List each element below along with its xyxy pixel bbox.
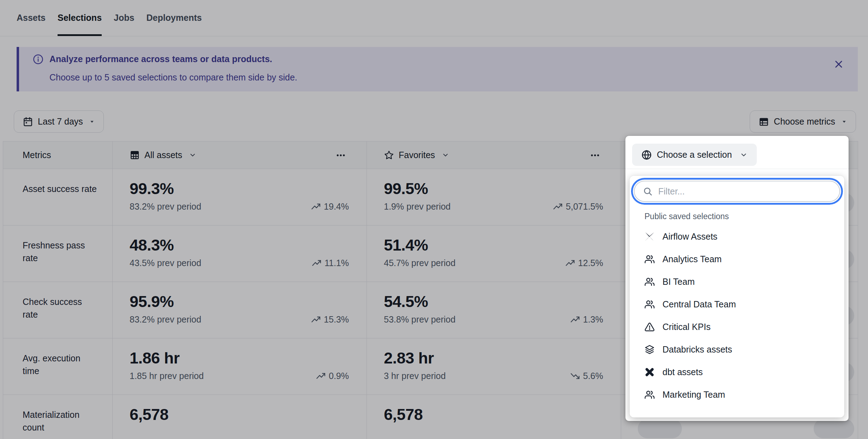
layers-icon — [644, 344, 655, 355]
list-item-databricks-assets[interactable]: Databricks assets — [634, 338, 840, 361]
list-item-label: Critical KPIs — [662, 322, 711, 332]
list-item-label: Marketing Team — [662, 390, 725, 400]
selection-dropdown: Public saved selections Airflow Assets A… — [630, 176, 844, 417]
list-item-central-data-team[interactable]: Central Data Team — [634, 293, 840, 315]
people-icon — [644, 277, 655, 287]
insights-page: Assets Selections Jobs Deployments Analy… — [0, 0, 868, 439]
warning-icon — [644, 322, 655, 332]
selection-list: Airflow Assets Analytics Team BI Team Ce… — [634, 225, 840, 406]
selection-column-panel: Choose a selection Public saved selectio… — [625, 136, 849, 421]
chevron-down-icon — [740, 151, 748, 159]
dbt-icon — [644, 367, 655, 377]
list-item-airflow-assets[interactable]: Airflow Assets — [634, 225, 840, 248]
filter-field[interactable] — [634, 181, 840, 202]
people-icon — [644, 390, 655, 400]
list-item-dbt-assets[interactable]: dbt assets — [634, 361, 840, 383]
list-item-label: BI Team — [662, 277, 695, 287]
list-item-marketing-team[interactable]: Marketing Team — [634, 383, 840, 406]
list-item-critical-kpis[interactable]: Critical KPIs — [634, 315, 840, 338]
airflow-icon — [644, 231, 655, 242]
globe-icon — [641, 150, 652, 160]
section-label: Public saved selections — [644, 212, 729, 221]
list-item-label: Databricks assets — [662, 344, 732, 355]
list-item-label: Analytics Team — [662, 254, 722, 264]
filter-input[interactable] — [658, 186, 831, 197]
search-icon — [643, 187, 653, 196]
people-icon — [644, 299, 655, 309]
choose-selection-label: Choose a selection — [657, 150, 732, 160]
list-item-label: dbt assets — [662, 367, 703, 377]
header-divider — [625, 169, 849, 169]
list-item-analytics-team[interactable]: Analytics Team — [634, 248, 840, 270]
list-item-label: Airflow Assets — [662, 231, 718, 242]
list-item-bi-team[interactable]: BI Team — [634, 270, 840, 293]
people-icon — [644, 254, 655, 264]
list-item-label: Central Data Team — [662, 299, 736, 309]
choose-selection-button[interactable]: Choose a selection — [632, 144, 757, 166]
